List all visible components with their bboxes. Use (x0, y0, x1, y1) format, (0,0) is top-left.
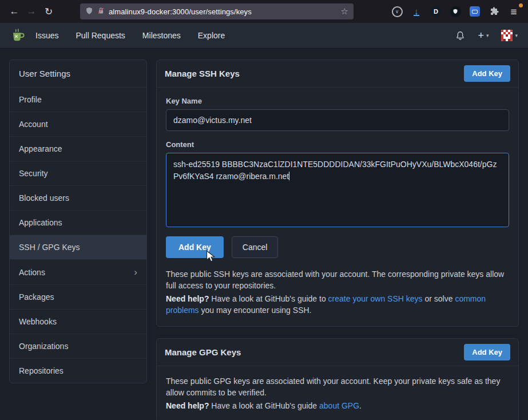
sidebar-item-label: Organizations (19, 342, 68, 351)
forward-button[interactable]: → (23, 3, 40, 20)
ssh-content-textarea[interactable]: ssh-ed25519 BBBBC3NzaC1lZDI1NTE5DDDDIDAN… (166, 153, 509, 227)
sidebar-item-security[interactable]: Security (10, 161, 146, 186)
sidebar-item-repositories[interactable]: Repositories (10, 359, 146, 383)
ssh-help2-text-c: you may encounter using SSH. (199, 306, 312, 315)
sidebar-item-label: SSH / GPG Keys (19, 243, 80, 252)
sidebar-item-label: Actions (19, 268, 45, 277)
gpg-add-key-button[interactable]: Add Key (464, 344, 510, 360)
add-key-submit-button[interactable]: Add Key (166, 236, 224, 258)
sidebar-title: User Settings (10, 60, 146, 88)
update-badge (519, 3, 523, 7)
sidebar-item-webhooks[interactable]: Webhooks (10, 310, 146, 334)
create-new-button[interactable]: + ▾ (478, 30, 489, 41)
plus-icon: + (478, 30, 484, 41)
key-name-field: Key Name (166, 97, 509, 131)
main-content: User Settings Profile Account Appearance… (0, 49, 528, 420)
gpg-keys-card: Manage GPG Keys Add Key These public GPG… (156, 338, 519, 420)
ssh-help-line2: Need help? Have a look at GitHub's guide… (166, 293, 509, 316)
sidebar-item-label: Webhooks (19, 317, 57, 326)
sidebar-item-label: Blocked users (19, 193, 69, 203)
browser-extension-area: ∨ ↓ D ≡ (391, 5, 522, 18)
menu-icon[interactable]: ≡ (507, 5, 520, 18)
ssh-card-title: Manage SSH Keys (165, 69, 240, 78)
url-text: almalinux9-docker:3000/user/settings/key… (109, 7, 337, 16)
content-label: Content (166, 140, 509, 149)
download-arrow-glyph: ↓ (414, 7, 419, 16)
sidebar-item-label: Repositories (19, 366, 63, 375)
sidebar-item-label: Security (19, 169, 48, 178)
chevron-right-icon: › (134, 267, 137, 277)
addons-puzzle-icon[interactable] (488, 5, 501, 18)
form-buttons: Add Key Cancel (166, 236, 509, 258)
create-ssh-keys-link[interactable]: create your own SSH keys (328, 294, 423, 303)
user-menu-button[interactable]: ▾ (501, 30, 518, 41)
sidebar-item-packages[interactable]: Packages (10, 285, 146, 310)
sidebar-item-blocked-users[interactable]: Blocked users (10, 186, 146, 211)
extension-d-icon[interactable]: D (430, 5, 442, 18)
browser-toolbar: ← → ↻ almalinux9-docker:3000/user/settin… (0, 0, 528, 23)
ssh-keys-card: Manage SSH Keys Add Key Key Name Content… (156, 60, 519, 327)
reload-button[interactable]: ↻ (40, 3, 57, 20)
pocket-icon[interactable]: ∨ (391, 5, 403, 18)
nav-item-milestones[interactable]: Milestones (142, 31, 181, 40)
key-name-input[interactable] (166, 109, 509, 131)
sidebar-item-label: Profile (19, 95, 42, 104)
nav-item-explore[interactable]: Explore (198, 31, 225, 40)
d-badge-glyph: D (431, 6, 442, 17)
ssh-help-text: These public SSH keys are associated wit… (166, 268, 509, 316)
ssh-add-key-header-button[interactable]: Add Key (464, 65, 510, 82)
nav-item-pull-requests[interactable]: Pull Requests (76, 31, 125, 40)
insecure-lock-icon[interactable] (97, 7, 105, 16)
pocket-chevron-glyph: ∨ (392, 6, 403, 17)
extension-blue-icon[interactable] (469, 5, 481, 18)
navbar-right: + ▾ ▾ (455, 30, 518, 41)
sidebar-item-organizations[interactable]: Organizations (10, 334, 146, 359)
cancel-button[interactable]: Cancel (232, 236, 279, 258)
shield-icon[interactable] (85, 7, 93, 17)
dark-circle-shape (450, 6, 461, 17)
about-gpg-link[interactable]: about GPG (319, 401, 359, 410)
gpg-help2-text-a: Have a look at GitHub's guide (209, 401, 319, 410)
need-help-label: Need help? (166, 294, 209, 303)
gitea-logo[interactable] (10, 28, 25, 43)
ssh-card-header: Manage SSH Keys Add Key (157, 60, 518, 88)
ssh-card-body: Key Name Content ssh-ed25519 BBBBC3NzaC1… (157, 88, 518, 326)
gpg-help-text: These public GPG keys are associated wit… (166, 375, 509, 411)
hamburger-glyph: ≡ (510, 6, 517, 17)
sidebar-item-actions[interactable]: Actions › (10, 260, 146, 285)
ssh-help2-text-b: or solve (423, 294, 455, 303)
notifications-bell-icon[interactable] (455, 31, 465, 41)
avatar (501, 30, 513, 41)
sidebar-item-appearance[interactable]: Appearance (10, 137, 146, 161)
blue-square-shape (470, 6, 480, 17)
gpg-card-title: Manage GPG Keys (165, 347, 241, 357)
need-help-label: Need help? (166, 401, 209, 410)
settings-content: Manage SSH Keys Add Key Key Name Content… (156, 60, 519, 420)
app-navbar: Issues Pull Requests Milestones Explore … (0, 23, 528, 49)
sidebar-item-label: Appearance (19, 144, 62, 153)
sidebar-item-label: Account (19, 120, 48, 129)
ssh-help-line1: These public SSH keys are associated wit… (166, 268, 509, 292)
chevron-down-icon: ▾ (486, 33, 489, 38)
ssh-content-text: ssh-ed25519 BBBBC3NzaC1lZDI1NTE5DDDDIDAN… (173, 160, 497, 181)
gpg-help2-text-b: . (359, 401, 362, 410)
key-name-label: Key Name (166, 97, 509, 105)
downloads-icon[interactable]: ↓ (410, 5, 423, 18)
back-button[interactable]: ← (6, 3, 23, 20)
chevron-down-icon: ▾ (515, 33, 518, 38)
content-field: Content ssh-ed25519 BBBBC3NzaC1lZDI1NTE5… (166, 140, 509, 227)
nav-item-issues[interactable]: Issues (35, 31, 58, 40)
sidebar-item-profile[interactable]: Profile (10, 88, 146, 112)
extension-shield-icon[interactable] (449, 5, 462, 18)
url-bar[interactable]: almalinux9-docker:3000/user/settings/key… (80, 3, 354, 19)
text-caret (289, 172, 289, 180)
ssh-help1-text: These public SSH keys are associated wit… (166, 270, 504, 290)
sidebar-item-ssh-gpg-keys[interactable]: SSH / GPG Keys (10, 235, 146, 260)
gpg-help-line2: Need help? Have a look at GitHub's guide… (166, 400, 509, 411)
bookmark-star-icon[interactable]: ☆ (341, 6, 348, 17)
sidebar-item-account[interactable]: Account (10, 112, 146, 137)
settings-sidebar: User Settings Profile Account Appearance… (9, 60, 147, 383)
sidebar-item-applications[interactable]: Applications (10, 211, 146, 235)
gpg-card-header: Manage GPG Keys Add Key (157, 339, 518, 366)
gpg-card-body: These public GPG keys are associated wit… (157, 366, 518, 420)
